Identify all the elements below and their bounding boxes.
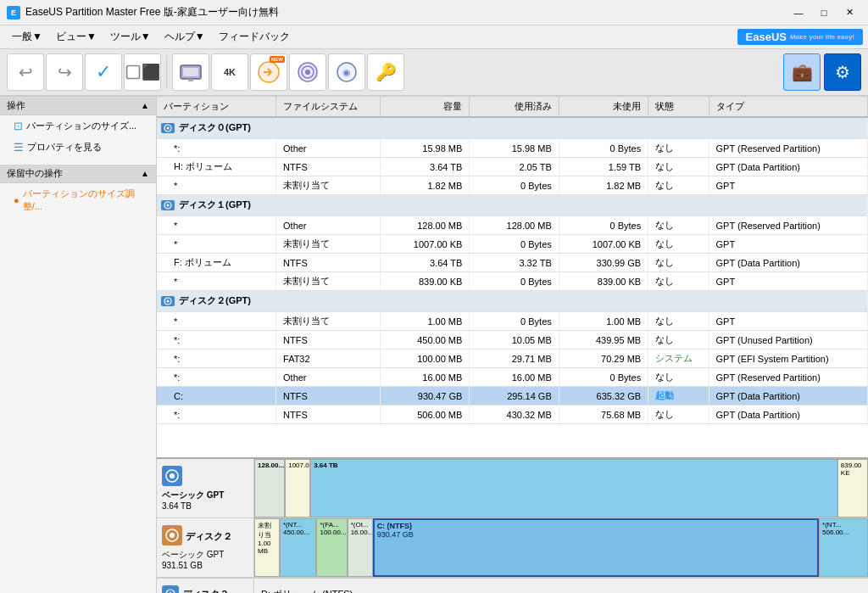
disk1-part-ntfs[interactable]: 3.64 TB: [310, 459, 837, 517]
disk3-sub: D: ボリューム (NTFS): [261, 588, 353, 593]
partition-table[interactable]: パーティション ファイルシステム 容量 使用済み 未使用 状態 タイプ ディスク…: [157, 97, 868, 457]
disk2-part-ntfs1[interactable]: *(NT...450.00...: [280, 518, 316, 577]
disk-header-row-0: ディスク０(GPT): [157, 117, 868, 139]
table-row[interactable]: *:FAT32100.00 MB29.71 MB70.29 MBシステムGPT …: [157, 350, 868, 368]
resize-icon: ⊡: [14, 120, 23, 132]
app-icon: E: [7, 6, 20, 20]
menu-help[interactable]: ヘルプ▼: [158, 26, 212, 48]
menu-general[interactable]: 一般▼: [5, 26, 49, 48]
menu-view[interactable]: ビュー▼: [49, 26, 103, 48]
migrate-os-button[interactable]: [172, 53, 209, 91]
undo-button[interactable]: ↩: [7, 53, 44, 91]
disk2-part-unalloc[interactable]: 未割り当1.00 MB: [254, 518, 280, 577]
apply-button[interactable]: ✓: [85, 53, 122, 91]
easeus-logo: EaseUS Make your life easy!: [737, 29, 863, 45]
table-row[interactable]: *未割り当て1.00 MB0 Bytes1.00 MBなしGPT: [157, 312, 868, 331]
briefcase-button[interactable]: 💼: [783, 53, 821, 91]
4k-button[interactable]: 4K: [211, 53, 248, 91]
svg-point-7: [305, 70, 310, 75]
disk2-icon: [162, 525, 182, 545]
table-row[interactable]: *:NTFS450.00 MB10.05 MB439.95 MBなしGPT (U…: [157, 331, 868, 350]
app-settings-button[interactable]: ⚙: [824, 53, 861, 91]
col-used: 使用済み: [470, 97, 559, 117]
disk-header-row-1: ディスク１(GPT): [157, 195, 868, 216]
table-row[interactable]: *未割り当て1007.00 KB0 Bytes1007.00 KBなしGPT: [157, 235, 868, 254]
menubar-items: 一般▼ ビュー▼ ツール▼ ヘルプ▼ フィードバック: [5, 26, 297, 48]
main-area: 操作 ▲ ⊡ パーティションのサイズ... ☰ プロパティを見る 保留中の操作 …: [0, 97, 868, 593]
disk2-part-other[interactable]: *(Ot...16.00...: [348, 518, 373, 577]
table-row[interactable]: *未割り当て839.00 KB0 Bytes839.00 KBなしGPT: [157, 272, 868, 291]
table-row[interactable]: *Other128.00 MB128.00 MB0 BytesなしGPT (Re…: [157, 216, 868, 235]
window-controls: — □ ✕: [787, 4, 861, 21]
svg-text:◉: ◉: [342, 67, 351, 77]
wipe-button[interactable]: [289, 53, 326, 91]
maximize-button[interactable]: □: [812, 4, 836, 21]
disk3-icon: [162, 585, 179, 594]
disk-icon-1: [160, 199, 179, 210]
logo-sub: Make your life easy!: [790, 33, 854, 41]
table-row[interactable]: C:NTFS930.47 GB295.14 GB635.32 GB起動GPT (…: [157, 387, 868, 406]
titlebar: E EaseUS Partition Master Free 版-家庭ユーザー向…: [0, 0, 868, 25]
key-button[interactable]: 🔑: [367, 53, 404, 91]
disk2-part-ntfs2[interactable]: *(NT...506.00...: [819, 518, 868, 577]
sidebar-item-properties[interactable]: ☰ プロパティを見る: [0, 137, 156, 158]
close-button[interactable]: ✕: [837, 4, 861, 21]
sidebar-item-resize[interactable]: ⊡ パーティションのサイズ...: [0, 115, 156, 137]
disk1-visual-row: ベーシック GPT 3.64 TB 128.00... 1007.00... 3…: [157, 459, 868, 518]
disk2-part-fat32[interactable]: *(FA...100.00...: [316, 518, 347, 577]
table-row[interactable]: *:Other15.98 MB15.98 MB0 BytesなしGPT (Res…: [157, 139, 868, 158]
discard-button[interactable]: ⬛: [124, 53, 161, 91]
window-title: EaseUS Partition Master Free 版-家庭ユーザー向け無…: [25, 5, 279, 20]
sidebar-item-pending[interactable]: ● パーティションのサイズ調整/...: [0, 183, 156, 217]
minimize-button[interactable]: —: [787, 4, 810, 21]
menu-tools[interactable]: ツール▼: [103, 26, 158, 48]
disk-icon-2: [160, 295, 179, 305]
table-header-row: パーティション ファイルシステム 容量 使用済み 未使用 状態 タイプ: [157, 97, 868, 117]
table-row[interactable]: F: ボリュームNTFS3.64 TB3.32 TB330.99 GBなしGPT…: [157, 254, 868, 272]
disk3-visual-label: ディスク３: [157, 579, 254, 594]
disk2-visual-label: ディスク２ ベーシック GPT 931.51 GB: [157, 518, 254, 577]
disk-name-0: ディスク０(GPT): [179, 122, 251, 132]
col-partition: パーティション: [157, 97, 276, 117]
toolbar-right: 💼 ⚙: [783, 53, 861, 91]
disk1-part-other[interactable]: 128.00...: [254, 459, 285, 517]
svg-rect-3: [188, 79, 193, 81]
table-row[interactable]: H: ボリュームNTFS3.64 TB2.05 TB1.59 TBなしGPT (…: [157, 158, 868, 176]
properties-icon: ☰: [14, 141, 24, 154]
disk2-partitions: 未割り当1.00 MB *(NT...450.00... *(FA...100.…: [254, 518, 868, 577]
redo-button[interactable]: ↪: [46, 53, 83, 91]
operations-header: 操作 ▲: [0, 97, 156, 115]
toolbar-sep-1: [166, 55, 167, 89]
col-free: 未使用: [559, 97, 648, 117]
clone-button[interactable]: ◉: [328, 53, 365, 91]
disk3-visual-row: ディスク３ D: ボリューム (NTFS): [157, 578, 868, 593]
disk2-part-c[interactable]: C: (NTFS) 930.47 GB: [373, 518, 819, 577]
disk1-part-unalloc1[interactable]: 1007.00...: [285, 459, 310, 517]
disk3-partitions: D: ボリューム (NTFS): [254, 585, 868, 593]
disk1-part-unalloc2[interactable]: 839.00 KE: [837, 459, 868, 517]
disk-visual-area: ベーシック GPT 3.64 TB 128.00... 1007.00... 3…: [157, 457, 868, 593]
disk-name-2: ディスク２(GPT): [179, 295, 251, 305]
col-capacity: 容量: [380, 97, 469, 117]
table-row[interactable]: *未割り当て1.82 MB0 Bytes1.82 MBなしGPT: [157, 176, 868, 195]
content-area: パーティション ファイルシステム 容量 使用済み 未使用 状態 タイプ ディスク…: [157, 97, 868, 593]
table-row[interactable]: *:Other16.00 MB16.00 MB0 BytesなしGPT (Res…: [157, 368, 868, 387]
svg-point-22: [170, 533, 175, 538]
pending-icon: ●: [14, 195, 19, 205]
menubar: 一般▼ ビュー▼ ツール▼ ヘルプ▼ フィードバック EaseUS Make y…: [0, 25, 868, 49]
resize-new-button[interactable]: NEW: [250, 53, 287, 91]
sidebar: 操作 ▲ ⊡ パーティションのサイズ... ☰ プロパティを見る 保留中の操作 …: [0, 97, 157, 593]
table-row[interactable]: *:NTFS506.00 MB430.32 MB75.68 MBなしGPT (D…: [157, 406, 868, 424]
logo-main: EaseUS: [746, 31, 787, 43]
menu-feedback[interactable]: フィードバック: [212, 26, 297, 48]
disk1-partitions: 128.00... 1007.00... 3.64 TB 839.00 KE: [254, 459, 868, 517]
svg-rect-2: [183, 68, 198, 76]
disk-icon-0: [160, 122, 179, 132]
partitions-table: パーティション ファイルシステム 容量 使用済み 未使用 状態 タイプ ディスク…: [157, 97, 868, 424]
col-filesystem: ファイルシステム: [276, 97, 381, 117]
svg-rect-0: [127, 66, 140, 79]
disk-name-1: ディスク１(GPT): [179, 199, 251, 210]
pending-header: 保留中の操作 ▲: [0, 165, 156, 183]
disk-header-row-2: ディスク２(GPT): [157, 291, 868, 312]
table-body: ディスク０(GPT)*:Other15.98 MB15.98 MB0 Bytes…: [157, 117, 868, 424]
